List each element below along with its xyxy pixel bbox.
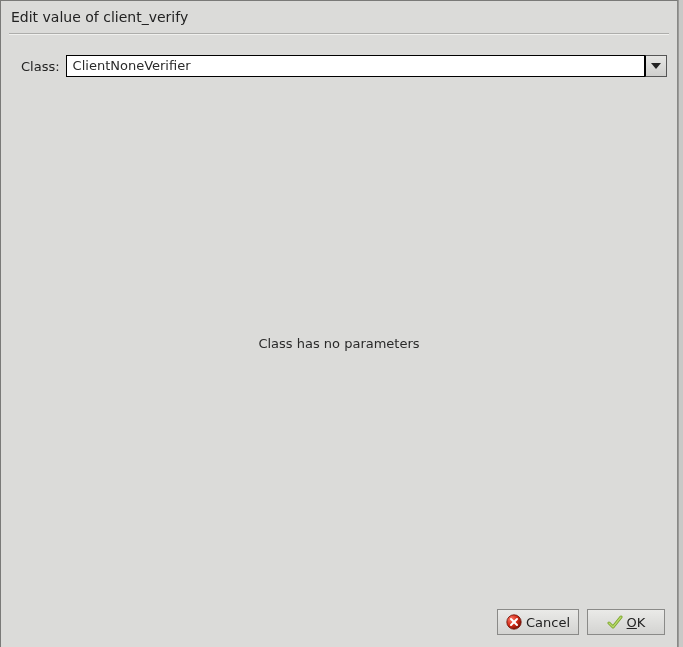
cancel-button[interactable]: Cancel <box>497 609 579 635</box>
cancel-button-label: Cancel <box>526 615 570 630</box>
cancel-icon <box>506 614 522 630</box>
edit-value-dialog: Edit value of client_verify Class: Clien… <box>0 0 678 647</box>
ok-button-label: OK <box>627 615 646 630</box>
ok-check-icon <box>607 614 623 630</box>
dialog-header: Edit value of client_verify <box>1 1 677 31</box>
class-combobox[interactable]: ClientNoneVerifier <box>66 55 667 77</box>
dialog-button-bar: Cancel OK <box>1 609 677 647</box>
class-row: Class: ClientNoneVerifier <box>1 35 677 77</box>
ok-button[interactable]: OK <box>587 609 665 635</box>
parameters-area: Class has no parameters <box>1 77 677 609</box>
no-parameters-message: Class has no parameters <box>258 336 419 351</box>
svg-marker-0 <box>651 63 661 69</box>
chevron-down-icon <box>651 63 661 69</box>
class-combobox-toggle[interactable] <box>645 55 667 77</box>
dialog-title: Edit value of client_verify <box>11 9 667 25</box>
class-combobox-value[interactable]: ClientNoneVerifier <box>66 55 645 77</box>
window-right-edge <box>678 0 683 647</box>
class-label: Class: <box>21 59 60 74</box>
